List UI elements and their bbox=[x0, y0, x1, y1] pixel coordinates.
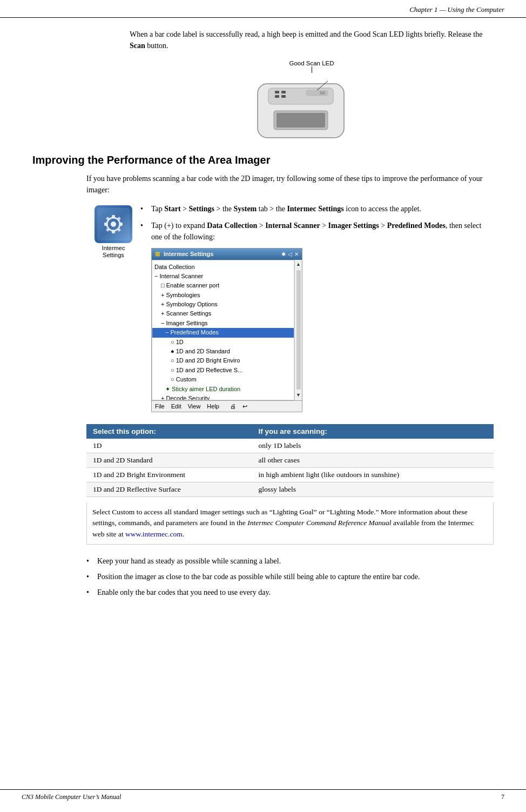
bottom-bullet-3: Enable only the bar codes that you need … bbox=[86, 587, 494, 598]
table-cell: 1D and 2D Bright Environment bbox=[86, 468, 252, 482]
table-header-scanning: If you are scanning: bbox=[252, 424, 494, 439]
gear-svg bbox=[100, 211, 127, 238]
svg-rect-13 bbox=[112, 215, 115, 218]
table-row: 1D only 1D labels bbox=[86, 439, 494, 453]
main-bullet-list: Tap Start > Settings > the System tab > … bbox=[140, 203, 494, 418]
svg-rect-7 bbox=[320, 91, 325, 95]
table-cell: only 1D labels bbox=[252, 439, 494, 453]
menu-view[interactable]: View bbox=[188, 402, 201, 411]
content-area: When a bar code label is successfully re… bbox=[0, 18, 526, 613]
icon-label: IntermecSettings bbox=[102, 245, 125, 259]
tree-item: Data Collection bbox=[152, 263, 294, 272]
svg-rect-9 bbox=[277, 113, 325, 127]
tree-item: − Imager Settings bbox=[152, 319, 294, 328]
settings-title: ⊞ Intermec Settings bbox=[155, 250, 213, 259]
tree-item: ○ 1D bbox=[152, 338, 294, 347]
scanner-image-area: Good Scan LED bbox=[108, 60, 494, 143]
settings-tree: Data Collection − Internal Scanner □ Ena… bbox=[152, 260, 294, 400]
chapter-title: Using the Computer bbox=[448, 5, 504, 14]
tree-item-selected: − Predefined Modes bbox=[152, 328, 294, 337]
table-cell: in high ambient light (like outdoors in … bbox=[252, 468, 494, 482]
icon-area: IntermecSettings bbox=[86, 203, 140, 259]
table-cell: glossy labels bbox=[252, 482, 494, 497]
menu-edit[interactable]: Edit bbox=[171, 402, 181, 411]
svg-rect-3 bbox=[281, 91, 286, 93]
svg-rect-18 bbox=[117, 217, 121, 220]
footer-icon2: ↩ bbox=[242, 402, 247, 411]
svg-rect-16 bbox=[119, 223, 123, 226]
tree-item: ○ Custom bbox=[152, 375, 294, 384]
settings-screenshot: ⊞ Intermec Settings ✱ ◁ ✕ bbox=[151, 248, 302, 412]
custom-text3: . bbox=[183, 530, 184, 538]
tree-item: + Decode Security bbox=[152, 394, 294, 400]
svg-rect-14 bbox=[112, 230, 115, 233]
table-row: 1D and 2D Reflective Surface glossy labe… bbox=[86, 482, 494, 497]
table-cell: all other cases bbox=[252, 453, 494, 468]
svg-rect-20 bbox=[117, 228, 121, 232]
table-row: 1D and 2D Bright Environment in high amb… bbox=[86, 468, 494, 482]
svg-rect-2 bbox=[275, 91, 279, 93]
intro-paragraph: When a bar code label is successfully re… bbox=[130, 29, 494, 51]
tree-item: ● 1D and 2D Standard bbox=[152, 347, 294, 356]
intro-text2: button. bbox=[145, 42, 168, 50]
svg-rect-5 bbox=[281, 95, 286, 98]
svg-point-11 bbox=[107, 218, 120, 231]
manual-title: Intermec Computer Command Reference Manu… bbox=[247, 519, 391, 527]
svg-rect-17 bbox=[106, 217, 110, 220]
tree-item: ○ 1D and 2D Bright Enviro bbox=[152, 356, 294, 365]
good-scan-label: Good Scan LED bbox=[289, 60, 334, 66]
scan-bold: Scan bbox=[130, 42, 145, 50]
bullet-item-1: Tap Start > Settings > the System tab > … bbox=[140, 203, 494, 214]
footer-right: 7 bbox=[501, 793, 504, 801]
svg-point-12 bbox=[111, 222, 116, 227]
intermec-link[interactable]: www.intermec.com bbox=[125, 530, 183, 538]
footer-icon1: 🖨 bbox=[230, 402, 236, 411]
chapter-label: Chapter 1 — bbox=[409, 5, 447, 14]
svg-rect-4 bbox=[275, 95, 279, 98]
tree-item: − Internal Scanner bbox=[152, 272, 294, 281]
table-cell: 1D bbox=[86, 439, 252, 453]
settings-titlebar: ⊞ Intermec Settings ✱ ◁ ✕ bbox=[152, 249, 302, 260]
intro-text: When a bar code label is successfully re… bbox=[130, 30, 482, 38]
tree-item: ○ 1D and 2D Reflective S... bbox=[152, 366, 294, 375]
menu-help[interactable]: Help bbox=[207, 402, 219, 411]
page-footer: CN3 Mobile Computer User’s Manual 7 bbox=[0, 789, 526, 801]
tree-item: ✦ Sticky aimer LED duration bbox=[152, 385, 294, 394]
settings-footer: File Edit View Help 🖨 ↩ bbox=[152, 400, 302, 412]
tree-item: □ Enable scanner port bbox=[152, 281, 294, 290]
page-container: Chapter 1 — Using the Computer When a ba… bbox=[0, 0, 526, 812]
section-intro: If you have problems scanning a bar code… bbox=[32, 173, 494, 598]
scan-table: Select this option: If you are scanning:… bbox=[86, 424, 494, 497]
section-heading: Improving the Performance of the Area Im… bbox=[32, 154, 494, 166]
table-header-option: Select this option: bbox=[86, 424, 252, 439]
settings-body: Data Collection − Internal Scanner □ Ena… bbox=[152, 260, 294, 400]
tree-item: + Scanner Settings bbox=[152, 309, 294, 318]
custom-paragraph: Select Custom to access all standard ima… bbox=[86, 502, 494, 545]
table-cell: 1D and 2D Reflective Surface bbox=[86, 482, 252, 497]
intermec-settings-icon bbox=[95, 205, 132, 243]
bottom-bullet-2: Position the imager as close to the bar … bbox=[86, 571, 494, 582]
scanner-svg bbox=[241, 73, 360, 143]
bullet-item-2: Tap (+) to expand Data Collection > Inte… bbox=[140, 220, 494, 412]
bottom-bullet-1: Keep your hand as steady as possible whi… bbox=[86, 555, 494, 567]
tree-item: + Symbology Options bbox=[152, 300, 294, 309]
bottom-bullet-list: Keep your hand as steady as possible whi… bbox=[86, 555, 494, 598]
table-cell: 1D and 2D Standard bbox=[86, 453, 252, 468]
label-line bbox=[312, 66, 312, 73]
svg-rect-19 bbox=[106, 228, 110, 232]
bullet-with-icon: IntermecSettings Tap Start > Settings > … bbox=[86, 203, 494, 418]
titlebar-icons: ✱ ◁ ✕ bbox=[281, 250, 299, 258]
svg-rect-15 bbox=[104, 223, 107, 226]
settings-inner: Data Collection − Internal Scanner □ Ena… bbox=[152, 260, 302, 400]
table-row: 1D and 2D Standard all other cases bbox=[86, 453, 494, 468]
scrollbar[interactable]: ▲ ▼ bbox=[294, 260, 302, 400]
menu-file[interactable]: File bbox=[155, 402, 165, 411]
footer-left: CN3 Mobile Computer User’s Manual bbox=[22, 793, 121, 801]
tree-item: + Symbologies bbox=[152, 291, 294, 300]
page-header: Chapter 1 — Using the Computer bbox=[0, 0, 526, 18]
